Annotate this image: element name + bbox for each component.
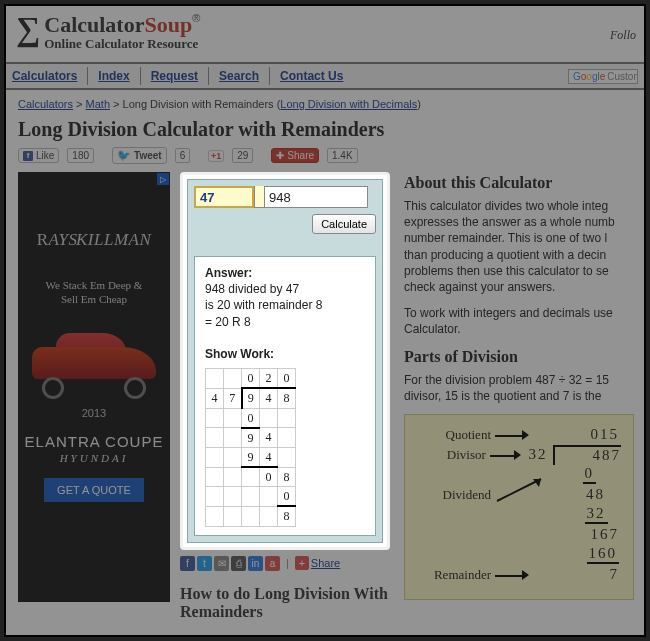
share-print-icon[interactable]: ⎙ bbox=[231, 556, 246, 571]
dividend-value: 487 bbox=[561, 447, 621, 464]
tagline: Online Calculator Resource bbox=[44, 36, 200, 52]
calculate-button[interactable]: Calculate bbox=[312, 214, 376, 234]
breadcrumb: Calculators > Math > Long Division with … bbox=[18, 98, 632, 110]
ad-year: 2013 bbox=[18, 407, 170, 419]
share-plus-icon[interactable]: + bbox=[295, 556, 309, 570]
remainder-label: Remainder bbox=[417, 567, 495, 583]
nav-index[interactable]: Index bbox=[98, 67, 129, 85]
brand-part2: Soup bbox=[144, 12, 192, 37]
adchoices-icon[interactable]: ▷ bbox=[157, 173, 169, 185]
tweet-button[interactable]: 🐦Tweet bbox=[112, 147, 167, 164]
share-count: 1.4K bbox=[327, 148, 358, 163]
gplus-button[interactable]: +1 bbox=[208, 150, 224, 162]
ad-slogan1: We Stack Em Deep & bbox=[18, 278, 170, 292]
divisor-input[interactable] bbox=[194, 186, 254, 208]
calculator-panel: Calculate Answer: 948 divided by 47 is 2… bbox=[187, 179, 383, 543]
parts-intro: For the division problem 487 ÷ 32 = 15 d… bbox=[404, 372, 632, 404]
registered-mark: ® bbox=[192, 12, 200, 24]
long-division-work: 02047948094940808 bbox=[205, 368, 365, 527]
gplus-count: 29 bbox=[232, 148, 253, 163]
share-button[interactable]: ✚ Share bbox=[271, 148, 319, 163]
nav-request[interactable]: Request bbox=[151, 67, 198, 85]
about-heading: About this Calculator bbox=[404, 174, 632, 192]
share-email-icon[interactable]: ✉ bbox=[214, 556, 229, 571]
follow-label[interactable]: Follo bbox=[610, 28, 636, 43]
share-addthis-icon[interactable]: a bbox=[265, 556, 280, 571]
ad-cta-button[interactable]: GET A QUOTE bbox=[44, 478, 144, 502]
show-work-label: Show Work: bbox=[205, 347, 274, 361]
tweet-count: 6 bbox=[175, 148, 191, 163]
svg-line-0 bbox=[497, 479, 541, 501]
divisor-label: Divisor bbox=[417, 447, 490, 463]
nav-contact[interactable]: Contact Us bbox=[280, 67, 343, 85]
crumb-calculators[interactable]: Calculators bbox=[18, 98, 73, 110]
sidebar-ad[interactable]: ▷ RAYSKILLMAN We Stack Em Deep & Sell Em… bbox=[18, 172, 170, 602]
share-link[interactable]: Share bbox=[311, 557, 340, 569]
remainder-value: 7 bbox=[559, 566, 619, 583]
nav-search[interactable]: Search bbox=[219, 67, 259, 85]
answer-line1: 948 divided by 47 bbox=[205, 282, 299, 296]
share-facebook-icon[interactable]: f bbox=[180, 556, 195, 571]
google-search-box[interactable]: Google Custom bbox=[568, 69, 638, 84]
dividend-label: Dividend bbox=[417, 487, 495, 503]
like-count: 180 bbox=[67, 148, 94, 163]
share-twitter-icon[interactable]: t bbox=[197, 556, 212, 571]
quotient-value: 015 bbox=[559, 426, 619, 443]
ad-slogan2: Sell Em Cheap bbox=[18, 292, 170, 306]
dividend-arrow-icon bbox=[495, 475, 551, 505]
crumb-current: Long Division with Remainders bbox=[123, 98, 274, 110]
divisor-value: 32 bbox=[521, 446, 547, 463]
answer-label: Answer: bbox=[205, 266, 252, 280]
crumb-decimals-link[interactable]: Long Division with Decimals bbox=[280, 98, 417, 110]
quotient-label: Quotient bbox=[417, 427, 495, 443]
answer-line2: is 20 with remainder 8 bbox=[205, 298, 322, 312]
twitter-icon: 🐦 bbox=[117, 149, 131, 162]
howto-heading: How to do Long Division With Remainders bbox=[180, 585, 394, 621]
like-button[interactable]: fLike bbox=[18, 148, 59, 163]
dividend-input[interactable] bbox=[264, 186, 368, 208]
share-linkedin-icon[interactable]: in bbox=[248, 556, 263, 571]
brand-part1: Calculator bbox=[44, 12, 144, 37]
nav-calculators[interactable]: Calculators bbox=[12, 67, 77, 85]
crumb-math[interactable]: Math bbox=[86, 98, 110, 110]
ad-car-image bbox=[28, 325, 160, 405]
ad-make: HYUNDAI bbox=[18, 452, 170, 464]
ad-dealer: RAYSKILLMAN bbox=[18, 230, 170, 250]
search-placeholder: Custom bbox=[607, 71, 638, 82]
facebook-icon: f bbox=[23, 151, 33, 161]
answer-line3: = 20 R 8 bbox=[205, 315, 251, 329]
ad-model: ELANTRA COUPE bbox=[18, 433, 170, 450]
logo-sigma: ∑ bbox=[16, 12, 40, 46]
parts-diagram: Quotient 015 Divisor 32 487 0 bbox=[404, 414, 634, 600]
about-p2: To work with integers and decimals use C… bbox=[404, 305, 632, 337]
about-p1: This calculator divides two whole integ … bbox=[404, 198, 632, 295]
parts-heading: Parts of Division bbox=[404, 348, 632, 366]
page-title: Long Division Calculator with Remainders bbox=[18, 118, 632, 141]
